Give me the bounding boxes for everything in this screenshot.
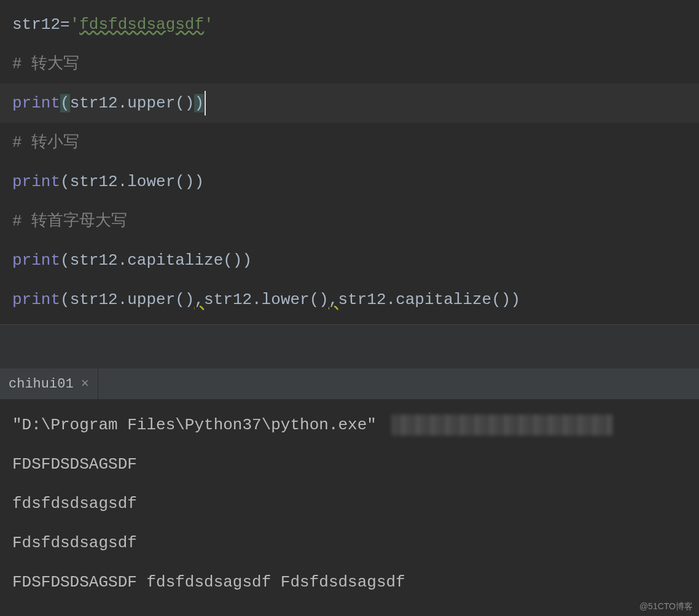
code-line[interactable]: print(str12.upper(),str12.lower(),str12.… (0, 280, 699, 319)
function-name: print (12, 290, 60, 309)
code-line[interactable]: str12='fdsfdsdsagsdf' (0, 5, 699, 44)
function-name: print (12, 94, 60, 112)
console-line: FDSFDSDSAGSDF (12, 445, 687, 484)
function-name: print (12, 173, 60, 191)
call-arg: str12.lower() (70, 173, 195, 191)
code-line[interactable]: # 转大写 (0, 44, 699, 84)
call-arg: str12.capitalize() (338, 290, 511, 309)
comma: , (329, 290, 338, 309)
close-icon[interactable]: × (81, 376, 89, 392)
variable-name: str12 (12, 15, 60, 34)
comment: # 转首字母大写 (12, 212, 127, 230)
cursor-icon (205, 91, 206, 115)
code-editor[interactable]: str12='fdsfdsdsagsdf' # 转大写 print(str12.… (0, 0, 699, 324)
paren-open: ( (60, 251, 70, 270)
console-line: FDSFDSDSAGSDF fdsfdsdsagsdf Fdsfdsdsagsd… (12, 563, 687, 602)
string-literal: fdsfdsdsagsdf (79, 15, 204, 34)
call-arg: str12.upper() (70, 94, 195, 112)
watermark: @51CTO博客 (639, 601, 693, 612)
blurred-path (391, 415, 612, 435)
call-arg: str12.upper() (70, 290, 195, 309)
code-line-current[interactable]: print(str12.upper()) (0, 84, 699, 123)
equals-op: = (60, 15, 70, 34)
panel-divider[interactable] (0, 324, 699, 368)
call-arg: str12.capitalize() (70, 251, 243, 270)
paren-open: ( (60, 173, 70, 191)
comma: , (194, 290, 204, 309)
paren-close: ) (242, 251, 252, 270)
paren-open: ( (60, 290, 70, 309)
function-name: print (12, 251, 60, 270)
console-line: fdsfdsdsagsdf (12, 484, 687, 523)
code-line[interactable]: print(str12.capitalize()) (0, 241, 699, 280)
code-line[interactable]: print(str12.lower()) (0, 162, 699, 201)
code-line[interactable]: # 转首字母大写 (0, 201, 699, 241)
paren-close: ) (194, 94, 204, 112)
paren-close: ) (194, 173, 204, 191)
console-output[interactable]: "D:\Program Files\Python37\python.exe" F… (0, 399, 699, 614)
string-quote: ' (204, 15, 214, 34)
run-tab[interactable]: chihui01 × (0, 368, 98, 399)
run-tab-label: chihui01 (9, 376, 74, 392)
paren-open: ( (60, 94, 70, 112)
code-line[interactable]: # 转小写 (0, 123, 699, 162)
string-quote: ' (70, 15, 80, 34)
run-tabstrip: chihui01 × (0, 368, 699, 399)
command-text: "D:\Program Files\Python37\python.exe" (12, 416, 386, 434)
console-line: Fdsfdsdsagsdf (12, 523, 687, 563)
comment: # 转大写 (12, 55, 79, 73)
console-command-line: "D:\Program Files\Python37\python.exe" (12, 405, 687, 445)
paren-close: ) (510, 290, 520, 309)
call-arg: str12.lower() (204, 290, 329, 309)
comment: # 转小写 (12, 133, 79, 152)
